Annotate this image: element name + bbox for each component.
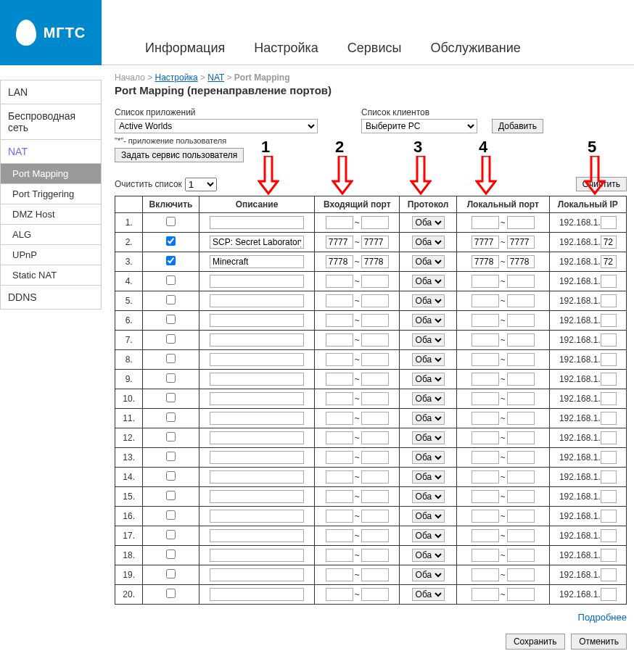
protocol-select[interactable]: Оба	[412, 451, 445, 464]
protocol-select[interactable]: Оба	[412, 333, 445, 347]
local-port-to-input[interactable]	[507, 353, 535, 366]
enable-checkbox[interactable]	[166, 354, 176, 363]
protocol-select[interactable]: Оба	[412, 353, 445, 366]
description-input[interactable]	[210, 568, 304, 581]
incoming-port-from-input[interactable]	[326, 392, 353, 405]
incoming-port-to-input[interactable]	[361, 451, 389, 464]
local-port-to-input[interactable]	[507, 529, 535, 542]
incoming-port-to-input[interactable]	[361, 314, 389, 327]
incoming-port-to-input[interactable]	[361, 431, 389, 444]
incoming-port-to-input[interactable]	[361, 236, 389, 249]
description-input[interactable]	[210, 549, 304, 562]
local-ip-suffix-input[interactable]	[601, 490, 617, 503]
sidebar-item[interactable]: NAT	[0, 140, 102, 164]
description-input[interactable]	[210, 412, 304, 425]
enable-checkbox[interactable]	[166, 549, 176, 559]
sidebar-sub-item[interactable]: Port Mapping	[0, 164, 102, 184]
incoming-port-to-input[interactable]	[361, 353, 389, 366]
local-port-to-input[interactable]	[507, 333, 535, 347]
incoming-port-from-input[interactable]	[326, 294, 353, 307]
local-port-from-input[interactable]	[472, 549, 499, 562]
protocol-select[interactable]: Оба	[412, 588, 445, 601]
protocol-select[interactable]: Оба	[412, 490, 445, 503]
enable-checkbox[interactable]	[166, 373, 176, 383]
local-port-from-input[interactable]	[472, 431, 499, 444]
add-button[interactable]: Добавить	[492, 119, 543, 133]
local-port-from-input[interactable]	[472, 255, 499, 268]
enable-checkbox[interactable]	[166, 432, 176, 441]
description-input[interactable]	[210, 333, 304, 347]
breadcrumb-link[interactable]: Настройка	[155, 72, 198, 83]
enable-checkbox[interactable]	[166, 471, 176, 481]
local-port-to-input[interactable]	[507, 294, 535, 307]
local-port-to-input[interactable]	[507, 255, 535, 268]
incoming-port-to-input[interactable]	[361, 490, 389, 503]
enable-checkbox[interactable]	[166, 315, 176, 324]
description-input[interactable]	[210, 216, 304, 229]
incoming-port-to-input[interactable]	[361, 412, 389, 425]
incoming-port-to-input[interactable]	[361, 294, 389, 307]
local-ip-suffix-input[interactable]	[601, 549, 617, 562]
local-port-to-input[interactable]	[507, 549, 535, 562]
protocol-select[interactable]: Оба	[412, 275, 445, 288]
protocol-select[interactable]: Оба	[412, 568, 445, 581]
local-port-from-input[interactable]	[472, 588, 499, 601]
local-port-to-input[interactable]	[507, 392, 535, 405]
local-port-from-input[interactable]	[472, 216, 499, 229]
description-input[interactable]	[210, 275, 304, 288]
incoming-port-to-input[interactable]	[361, 392, 389, 405]
incoming-port-to-input[interactable]	[361, 588, 389, 601]
local-port-from-input[interactable]	[472, 490, 499, 503]
incoming-port-from-input[interactable]	[326, 333, 353, 347]
incoming-port-from-input[interactable]	[326, 588, 353, 601]
incoming-port-from-input[interactable]	[326, 353, 353, 366]
sidebar-sub-item[interactable]: Port Triggering	[0, 184, 102, 204]
local-port-to-input[interactable]	[507, 236, 535, 249]
sidebar-sub-item[interactable]: DMZ Host	[0, 204, 102, 225]
nav-tab-info[interactable]: Информация	[131, 32, 239, 65]
local-ip-suffix-input[interactable]	[601, 588, 617, 601]
description-input[interactable]	[210, 294, 304, 307]
incoming-port-from-input[interactable]	[326, 470, 353, 484]
protocol-select[interactable]: Оба	[412, 373, 445, 386]
local-ip-suffix-input[interactable]	[601, 373, 617, 386]
local-port-from-input[interactable]	[472, 236, 499, 249]
sidebar-sub-item[interactable]: ALG	[0, 225, 102, 245]
incoming-port-from-input[interactable]	[326, 236, 353, 249]
local-ip-suffix-input[interactable]	[601, 216, 617, 229]
enable-checkbox[interactable]	[166, 452, 176, 461]
local-port-from-input[interactable]	[472, 373, 499, 386]
enable-checkbox[interactable]	[166, 393, 176, 402]
incoming-port-to-input[interactable]	[361, 510, 389, 523]
description-input[interactable]	[210, 431, 304, 444]
clear-button[interactable]: Очистить	[576, 177, 627, 191]
client-list-select[interactable]: Выберите PC	[361, 119, 477, 133]
enable-checkbox[interactable]	[166, 491, 176, 500]
incoming-port-to-input[interactable]	[361, 333, 389, 347]
enable-checkbox[interactable]	[166, 236, 176, 246]
local-port-from-input[interactable]	[472, 451, 499, 464]
local-port-from-input[interactable]	[472, 294, 499, 307]
local-ip-suffix-input[interactable]	[601, 275, 617, 288]
local-port-to-input[interactable]	[507, 275, 535, 288]
local-port-to-input[interactable]	[507, 431, 535, 444]
local-port-to-input[interactable]	[507, 470, 535, 484]
local-ip-suffix-input[interactable]	[601, 333, 617, 347]
local-ip-suffix-input[interactable]	[601, 451, 617, 464]
local-ip-suffix-input[interactable]	[601, 314, 617, 327]
enable-checkbox[interactable]	[166, 217, 176, 226]
sidebar-item[interactable]: LAN	[0, 80, 102, 104]
local-ip-suffix-input[interactable]	[601, 470, 617, 484]
cancel-button[interactable]: Отменить	[571, 634, 627, 650]
incoming-port-from-input[interactable]	[326, 568, 353, 581]
incoming-port-to-input[interactable]	[361, 529, 389, 542]
local-ip-suffix-input[interactable]	[601, 392, 617, 405]
incoming-port-from-input[interactable]	[326, 490, 353, 503]
local-port-to-input[interactable]	[507, 412, 535, 425]
nav-tab-setup[interactable]: Настройка	[239, 32, 333, 65]
local-ip-suffix-input[interactable]	[601, 529, 617, 542]
incoming-port-to-input[interactable]	[361, 549, 389, 562]
enable-checkbox[interactable]	[166, 334, 176, 344]
incoming-port-to-input[interactable]	[361, 275, 389, 288]
local-port-to-input[interactable]	[507, 451, 535, 464]
